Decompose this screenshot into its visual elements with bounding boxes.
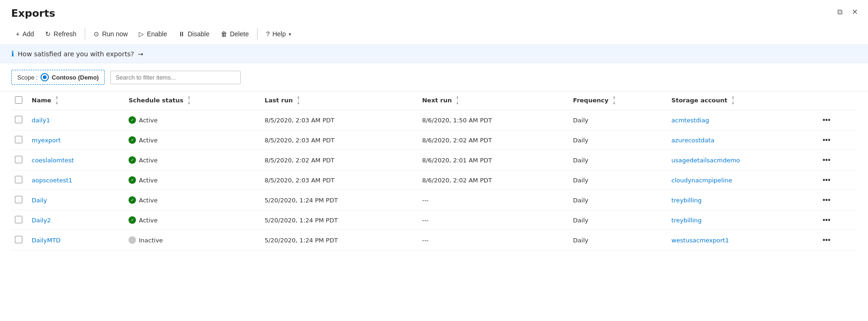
more-options-button[interactable]: ••• xyxy=(820,115,833,125)
sort-name-icon[interactable]: ↑↓ xyxy=(55,96,59,105)
window-controls: ⧉ ✕ xyxy=(834,6,861,18)
sort-nextrun-icon[interactable]: ↑↓ xyxy=(456,96,460,105)
select-all-checkbox[interactable] xyxy=(15,96,22,104)
status-label: Active xyxy=(139,117,157,124)
cell-last-run: 8/5/2020, 2:03 AM PDT xyxy=(261,130,418,150)
storage-account-link[interactable]: cloudynacmpipeline xyxy=(671,177,732,184)
sort-storage-icon[interactable]: ↑↓ xyxy=(732,96,735,105)
scope-inner-dot xyxy=(43,75,47,79)
table-row: DailyMTDInactive5/20/2020, 1:24 PM PDT--… xyxy=(11,230,857,250)
col-name: Name ↑↓ xyxy=(28,92,125,110)
info-icon: ℹ xyxy=(11,49,14,58)
help-button[interactable]: ? Help ▾ xyxy=(261,27,296,40)
row-checkbox-5[interactable] xyxy=(15,216,22,223)
cell-next-run: --- xyxy=(418,210,569,230)
row-name-link[interactable]: coeslalomtest xyxy=(32,157,74,164)
storage-account-link[interactable]: usagedetailsacmdemo xyxy=(671,157,740,164)
status-label: Inactive xyxy=(139,237,163,244)
row-checkbox-1[interactable] xyxy=(15,136,22,143)
status-icon-active xyxy=(129,216,136,224)
cell-last-run: 8/5/2020, 2:02 AM PDT xyxy=(261,150,418,170)
storage-account-link[interactable]: acmtestdiag xyxy=(671,117,709,124)
status-label: Active xyxy=(139,157,157,164)
status-label: Active xyxy=(139,137,157,144)
exports-table: Name ↑↓ Schedule status ↑↓ Last run ↑↓ N… xyxy=(11,92,857,250)
status-icon-active xyxy=(129,176,136,184)
table-row: coeslalomtestActive8/5/2020, 2:02 AM PDT… xyxy=(11,150,857,170)
separator-1 xyxy=(85,28,85,40)
cell-frequency: Daily xyxy=(570,130,668,150)
close-button[interactable]: ✕ xyxy=(849,6,861,18)
refresh-button[interactable]: ↻ Refresh xyxy=(41,27,81,40)
status-active: Active xyxy=(129,216,257,224)
col-next-run: Next run ↑↓ xyxy=(418,92,569,110)
status-icon-active xyxy=(129,196,136,204)
status-inactive: Inactive xyxy=(129,236,257,244)
enable-icon: ▷ xyxy=(139,30,144,38)
cell-frequency: Daily xyxy=(570,190,668,210)
col-schedule-status: Schedule status ↑↓ xyxy=(125,92,261,110)
status-active: Active xyxy=(129,196,257,204)
sort-lastrun-icon[interactable]: ↑↓ xyxy=(297,96,300,105)
storage-account-link[interactable]: azurecostdata xyxy=(671,137,714,144)
status-label: Active xyxy=(139,177,157,184)
storage-account-link[interactable]: treybilling xyxy=(671,197,702,204)
add-button[interactable]: + Add xyxy=(11,27,39,40)
run-now-button[interactable]: ⊙ Run now xyxy=(89,27,132,40)
more-options-button[interactable]: ••• xyxy=(820,155,833,165)
col-last-run: Last run ↑↓ xyxy=(261,92,418,110)
cell-last-run: 5/20/2020, 1:24 PM PDT xyxy=(261,230,418,250)
row-checkbox-3[interactable] xyxy=(15,176,22,183)
search-input[interactable] xyxy=(110,71,241,84)
row-name-link[interactable]: daily1 xyxy=(32,117,50,124)
more-options-button[interactable]: ••• xyxy=(820,195,833,205)
row-checkbox-0[interactable] xyxy=(15,116,22,123)
row-name-link[interactable]: aopscoetest1 xyxy=(32,177,72,184)
info-arrow: → xyxy=(138,50,143,58)
status-icon-active xyxy=(129,156,136,164)
filter-bar: Scope : Contoso (Demo) xyxy=(0,63,868,92)
enable-button[interactable]: ▷ Enable xyxy=(134,27,172,40)
cell-frequency: Daily xyxy=(570,210,668,230)
row-name-link[interactable]: Daily2 xyxy=(32,217,51,224)
col-storage-account: Storage account ↑↓ xyxy=(668,92,816,110)
storage-account-link[interactable]: westusacmexport1 xyxy=(671,237,729,244)
status-active: Active xyxy=(129,176,257,184)
table-row: Daily2Active5/20/2020, 1:24 PM PDT---Dai… xyxy=(11,210,857,230)
more-options-button[interactable]: ••• xyxy=(820,135,833,145)
more-options-button[interactable]: ••• xyxy=(820,235,833,245)
table-row: daily1Active8/5/2020, 2:03 AM PDT8/6/202… xyxy=(11,110,857,130)
help-label: Help xyxy=(272,30,286,38)
row-checkbox-2[interactable] xyxy=(15,156,22,163)
cell-last-run: 5/20/2020, 1:24 PM PDT xyxy=(261,190,418,210)
more-options-button[interactable]: ••• xyxy=(820,175,833,185)
cell-next-run: 8/6/2020, 2:02 AM PDT xyxy=(418,130,569,150)
sort-frequency-icon[interactable]: ↑↓ xyxy=(612,96,616,105)
more-options-button[interactable]: ••• xyxy=(820,215,833,225)
scope-button[interactable]: Scope : Contoso (Demo) xyxy=(11,70,105,85)
row-name-link[interactable]: myexport xyxy=(32,137,61,144)
disable-icon: ⏸ xyxy=(178,30,185,38)
restore-button[interactable]: ⧉ xyxy=(834,6,845,18)
row-checkbox-6[interactable] xyxy=(15,236,22,243)
table-row: aopscoetest1Active8/5/2020, 2:03 AM PDT8… xyxy=(11,170,857,190)
row-name-link[interactable]: Daily xyxy=(32,197,47,204)
sort-status-icon[interactable]: ↑↓ xyxy=(187,96,191,105)
disable-button[interactable]: ⏸ Disable xyxy=(174,27,214,40)
status-icon-active xyxy=(129,136,136,144)
refresh-label: Refresh xyxy=(54,30,76,38)
status-active: Active xyxy=(129,136,257,144)
info-text: How satisfied are you with exports? xyxy=(18,50,134,58)
status-label: Active xyxy=(139,197,157,204)
cell-frequency: Daily xyxy=(570,230,668,250)
info-bar: ℹ How satisfied are you with exports? → xyxy=(0,45,868,63)
select-all-col xyxy=(11,92,28,110)
delete-button[interactable]: 🗑 Delete xyxy=(216,27,253,40)
run-now-label: Run now xyxy=(102,30,128,38)
add-label: Add xyxy=(22,30,34,38)
row-name-link[interactable]: DailyMTD xyxy=(32,237,61,244)
row-checkbox-4[interactable] xyxy=(15,196,22,203)
cell-next-run: 8/6/2020, 1:50 AM PDT xyxy=(418,110,569,130)
scope-icon xyxy=(41,73,49,81)
storage-account-link[interactable]: treybilling xyxy=(671,217,702,224)
